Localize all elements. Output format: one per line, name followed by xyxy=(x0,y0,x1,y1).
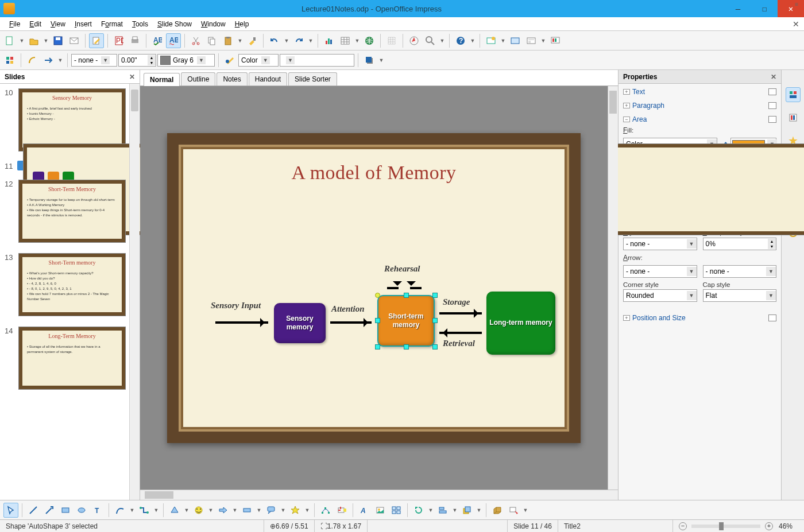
text-more-icon[interactable] xyxy=(768,88,776,95)
canvas-scrollbar-horizontal[interactable] xyxy=(140,490,618,500)
redo-button[interactable] xyxy=(291,33,306,48)
minimize-button[interactable]: — xyxy=(725,0,751,17)
slide-canvas[interactable]: A model of Memory Sensory Input Sensory … xyxy=(167,133,581,443)
tab-slide-sorter[interactable]: Slide Sorter xyxy=(288,72,337,86)
menu-window[interactable]: Window xyxy=(196,17,230,31)
symbol-shapes-dropdown[interactable]: ▼ xyxy=(207,507,214,513)
tab-notes[interactable]: Notes xyxy=(217,72,247,86)
resize-handle-sw[interactable] xyxy=(375,344,380,350)
fill-mode-combo[interactable]: Color▼ xyxy=(238,54,279,67)
spellcheck-button[interactable]: ABC xyxy=(150,33,165,48)
block-arrows-tool[interactable] xyxy=(215,503,230,518)
email-button[interactable] xyxy=(67,33,82,48)
section-text-header[interactable]: +Text xyxy=(623,86,776,98)
line-width-combo[interactable]: 0.00"▲▼ xyxy=(118,54,156,67)
tab-normal[interactable]: Normal xyxy=(144,73,180,86)
slide-button[interactable] xyxy=(484,33,498,48)
open-dropdown[interactable]: ▼ xyxy=(42,38,49,44)
new-button[interactable] xyxy=(2,33,17,48)
flowchart-tool[interactable] xyxy=(239,503,254,518)
new-dropdown[interactable]: ▼ xyxy=(18,38,25,44)
close-document-button[interactable]: ✕ xyxy=(793,20,799,29)
corner-style-select[interactable]: Rounded▼ xyxy=(623,289,697,302)
resize-handle-s[interactable] xyxy=(404,344,409,350)
line-style-combo[interactable]: - none -▼ xyxy=(71,54,117,67)
block-arrows-dropdown[interactable]: ▼ xyxy=(231,507,238,513)
resize-handle-ne[interactable] xyxy=(432,293,438,298)
basic-shapes-dropdown[interactable]: ▼ xyxy=(183,507,190,513)
slide-layout-dropdown[interactable]: ▼ xyxy=(540,38,547,44)
zoom-dropdown[interactable]: ▼ xyxy=(439,38,446,44)
menu-insert[interactable]: Insert xyxy=(70,17,96,31)
copy-button[interactable] xyxy=(204,33,219,48)
table-button[interactable] xyxy=(338,33,353,48)
resize-handle-w[interactable] xyxy=(375,318,380,323)
connector-tool[interactable] xyxy=(137,503,152,518)
arrange-tool[interactable] xyxy=(459,503,474,518)
basic-shapes-tool[interactable] xyxy=(167,503,182,518)
box-short-term-memory[interactable]: Short-term memory xyxy=(377,295,435,347)
callouts-tool[interactable] xyxy=(264,503,279,518)
table-dropdown[interactable]: ▼ xyxy=(354,38,361,44)
resize-handle-se[interactable] xyxy=(432,344,438,350)
sidebar-menu-icon[interactable]: ≡ xyxy=(795,1,798,7)
deck-master-pages-icon[interactable] xyxy=(786,110,801,125)
zoom-in-button[interactable]: + xyxy=(765,522,773,530)
section-area-header[interactable]: −Area xyxy=(623,114,776,125)
slide-title[interactable]: A model of Memory xyxy=(182,162,566,184)
area-more-icon[interactable] xyxy=(768,116,776,123)
section-paragraph-header[interactable]: +Paragraph xyxy=(623,100,776,111)
undo-button[interactable] xyxy=(267,33,282,48)
auto-spellcheck-button[interactable]: ABC xyxy=(166,33,181,48)
format-paintbrush-button[interactable] xyxy=(245,33,260,48)
area-button[interactable] xyxy=(222,53,237,68)
arrange-dropdown[interactable]: ▼ xyxy=(476,507,482,513)
alignment-tool[interactable] xyxy=(435,503,450,518)
open-button[interactable] xyxy=(26,33,41,48)
menu-view[interactable]: View xyxy=(46,17,70,31)
arrow-attention[interactable] xyxy=(330,321,372,324)
slide-thumbnail[interactable]: 11A model of Memory xyxy=(5,161,127,170)
slides-list[interactable]: 10Sensory Memory• A first profile, brief… xyxy=(0,84,129,500)
resize-handle-e[interactable] xyxy=(432,318,438,323)
extrusion-tool[interactable] xyxy=(490,503,505,518)
menu-slide-show[interactable]: Slide Show xyxy=(153,17,196,31)
paragraph-more-icon[interactable] xyxy=(768,102,776,109)
arrow-style-button[interactable] xyxy=(41,53,56,68)
slide-thumbnail[interactable]: 13Short-Term memory• What's your Short-t… xyxy=(5,252,127,317)
line-style-select[interactable]: - none -▼ xyxy=(623,238,697,250)
edit-file-button[interactable] xyxy=(89,33,104,48)
arrow-rehearsal-down[interactable] xyxy=(387,287,399,289)
rotate-tool[interactable] xyxy=(411,503,426,518)
chart-button[interactable] xyxy=(322,33,337,48)
fontwork-tool[interactable]: A xyxy=(357,503,372,518)
cap-style-select[interactable]: Flat▼ xyxy=(703,289,777,302)
select-tool[interactable] xyxy=(3,503,18,518)
menu-file[interactable]: File xyxy=(5,17,25,31)
grid-button[interactable] xyxy=(384,33,399,48)
presentation-button[interactable] xyxy=(548,33,563,48)
print-button[interactable] xyxy=(127,33,142,48)
ellipse-tool[interactable] xyxy=(74,503,89,518)
close-button[interactable]: ✕ xyxy=(778,0,804,17)
slide-thumbnail[interactable]: 10Sensory Memory• A first profile, brief… xyxy=(5,87,127,153)
export-pdf-button[interactable]: PDF xyxy=(111,33,126,48)
slide-thumbnail[interactable]: 12Short-Term Memory• Temporary storage f… xyxy=(5,178,127,244)
stars-dropdown[interactable]: ▼ xyxy=(304,507,311,513)
curve-dropdown[interactable]: ▼ xyxy=(129,507,136,513)
zoom-out-button[interactable]: − xyxy=(679,522,687,530)
label-sensory-input[interactable]: Sensory Input xyxy=(211,301,261,310)
line-tool[interactable] xyxy=(26,503,41,518)
save-button[interactable] xyxy=(51,33,65,48)
slides-panel-close-icon[interactable]: ✕ xyxy=(129,73,135,81)
flowchart-dropdown[interactable]: ▼ xyxy=(256,507,262,513)
rotation-handle[interactable] xyxy=(375,293,380,298)
slide-thumbnail[interactable]: 14Long-Term Memory• Storage of all the i… xyxy=(5,325,127,391)
rotate-dropdown[interactable]: ▼ xyxy=(427,507,434,513)
shadow-button[interactable] xyxy=(362,53,377,68)
resize-handle-n[interactable] xyxy=(404,293,409,298)
zoom-slider[interactable] xyxy=(691,525,760,528)
label-retrieval[interactable]: Retrieval xyxy=(443,339,475,348)
slide-stage[interactable]: A model of Memory Sensory Input Sensory … xyxy=(140,86,608,490)
label-storage[interactable]: Storage xyxy=(443,297,470,307)
